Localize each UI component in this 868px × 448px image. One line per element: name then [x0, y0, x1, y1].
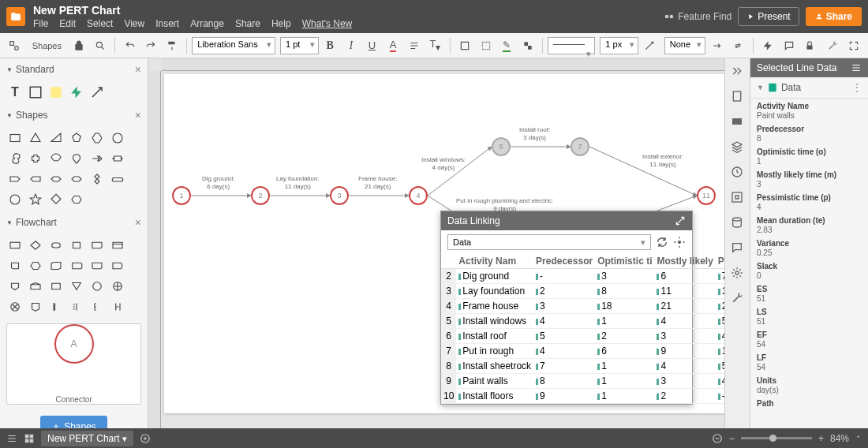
data-cell[interactable]: Frame house [456, 299, 533, 314]
flowchart-shape-item[interactable] [109, 257, 126, 274]
line-style-select[interactable] [548, 37, 595, 54]
wrench-button[interactable] [823, 35, 843, 56]
page-icon[interactable] [731, 90, 745, 104]
shape-item[interactable] [27, 191, 44, 208]
lock-edit-button[interactable] [800, 35, 820, 56]
fullscreen-button[interactable] [844, 35, 863, 56]
flowchart-shape-item[interactable] [27, 298, 44, 315]
list-view-icon[interactable] [6, 433, 17, 444]
shape-item[interactable] [6, 191, 24, 208]
more-icon[interactable]: ⋮ [852, 82, 862, 93]
edge-label[interactable]: Install exterior:11 day(s) [642, 153, 683, 168]
data-cell[interactable]: - [716, 389, 724, 404]
shape-item[interactable] [27, 129, 44, 147]
data-cell[interactable]: 9 [533, 389, 595, 404]
shape-item[interactable] [68, 129, 85, 147]
flowchart-shape-item[interactable] [6, 278, 24, 295]
close-icon[interactable]: × [135, 109, 141, 121]
settings-icon[interactable] [673, 236, 686, 248]
italic-button[interactable]: I [341, 35, 361, 56]
list-icon[interactable] [851, 62, 862, 73]
flowchart-section-header[interactable]: ▼ Flowchart × [0, 211, 148, 233]
data-cell[interactable]: 1 [595, 389, 654, 404]
pert-node-11[interactable]: 11 [697, 186, 716, 205]
data-icon[interactable] [731, 216, 745, 230]
shape-item[interactable] [109, 129, 126, 147]
data-linking-panel[interactable]: Data Linking Data Activity NamPredecesso… [440, 211, 693, 405]
standard-section-header[interactable]: ▼ Standard × [0, 58, 148, 80]
flowchart-shape-item[interactable] [88, 298, 106, 315]
menu-insert[interactable]: Insert [155, 18, 179, 29]
data-cell[interactable]: 22 [716, 299, 724, 314]
pert-node-1[interactable]: 1 [172, 186, 191, 205]
flowchart-shape-item[interactable] [88, 278, 106, 295]
close-icon[interactable]: × [135, 63, 141, 76]
data-cell[interactable]: 3 [654, 374, 715, 389]
shape-item[interactable] [6, 129, 24, 147]
edge-label[interactable]: Install roof:3 day(s) [519, 126, 550, 141]
flowchart-shape-item[interactable] [27, 237, 44, 254]
data-cell[interactable]: 4 [533, 314, 595, 329]
flowchart-shape-item[interactable] [68, 298, 85, 315]
block-shape[interactable] [27, 84, 44, 101]
pert-node-2[interactable]: 2 [251, 186, 270, 205]
expand-icon[interactable] [675, 215, 686, 226]
data-cell[interactable]: 6 [654, 269, 715, 284]
page-tab[interactable]: New PERT Chart ▾ [41, 431, 133, 446]
underline-button[interactable]: U [362, 35, 382, 56]
flowchart-shape-item[interactable] [109, 278, 126, 295]
zoom-out-icon[interactable] [712, 433, 723, 444]
data-source-select[interactable]: Data [447, 234, 651, 250]
undo-button[interactable] [120, 35, 140, 56]
data-cell[interactable]: 4 [716, 374, 724, 389]
close-icon[interactable]: × [135, 216, 141, 229]
data-cell[interactable]: 9 [654, 344, 715, 359]
pert-node-3[interactable]: 3 [330, 186, 349, 205]
arrow-shape[interactable] [88, 84, 106, 101]
note-shape[interactable] [47, 84, 65, 101]
arrow-end-button[interactable] [707, 35, 727, 56]
shape-item[interactable] [68, 191, 85, 208]
data-cell[interactable]: 1 [595, 359, 654, 374]
flowchart-shape-item[interactable] [47, 278, 65, 295]
data-cell[interactable]: 2 [595, 329, 654, 344]
data-cell[interactable]: 21 [654, 299, 715, 314]
shape-item[interactable] [27, 170, 44, 188]
text-shape[interactable]: T [6, 84, 24, 101]
flowchart-shape-item[interactable] [88, 257, 106, 274]
data-cell[interactable]: 2 [654, 389, 715, 404]
menu-share[interactable]: Share [235, 18, 260, 29]
edge-label[interactable]: Dig ground:6 day(s) [202, 175, 234, 190]
data-cell[interactable]: 1 [595, 374, 654, 389]
flowchart-shape-item[interactable] [68, 237, 85, 254]
flowchart-shape-item[interactable] [109, 237, 126, 254]
font-select[interactable]: Liberation Sans [192, 37, 275, 54]
tools-icon[interactable] [731, 292, 745, 306]
zoom-slider[interactable] [741, 437, 812, 439]
shape-item[interactable] [47, 129, 65, 147]
chevron-up-icon[interactable]: ⌃ [855, 435, 862, 442]
flowchart-shape-item[interactable] [47, 298, 65, 315]
menu-arrange[interactable]: Arrange [190, 18, 224, 29]
comments-icon[interactable] [731, 241, 745, 256]
data-cell[interactable]: 8 [595, 284, 654, 299]
data-cell[interactable]: 2 [533, 284, 595, 299]
line-color-button[interactable]: ✎ [497, 35, 517, 56]
data-cell[interactable]: - [533, 269, 595, 284]
shape-item[interactable] [88, 150, 106, 167]
line-shape-button[interactable] [640, 35, 660, 56]
action-button[interactable] [758, 35, 778, 56]
stroke-width-select[interactable]: 1 px [600, 37, 638, 54]
history-icon[interactable] [731, 166, 745, 180]
border-color-button[interactable] [476, 35, 496, 56]
data-cell[interactable]: Install windows [456, 314, 533, 329]
data-cell[interactable]: Lay foundation [456, 284, 533, 299]
data-cell[interactable]: 1 [595, 314, 654, 329]
shapes-section-header[interactable]: ▼ Shapes × [0, 104, 148, 126]
pert-node-4[interactable]: 4 [409, 186, 428, 205]
menu-edit[interactable]: Edit [59, 18, 76, 29]
data-cell[interactable]: 5 [533, 329, 595, 344]
data-cell[interactable]: 13 [716, 284, 724, 299]
flowchart-shape-item[interactable] [68, 278, 85, 295]
data-cell[interactable]: 5 [716, 359, 724, 374]
